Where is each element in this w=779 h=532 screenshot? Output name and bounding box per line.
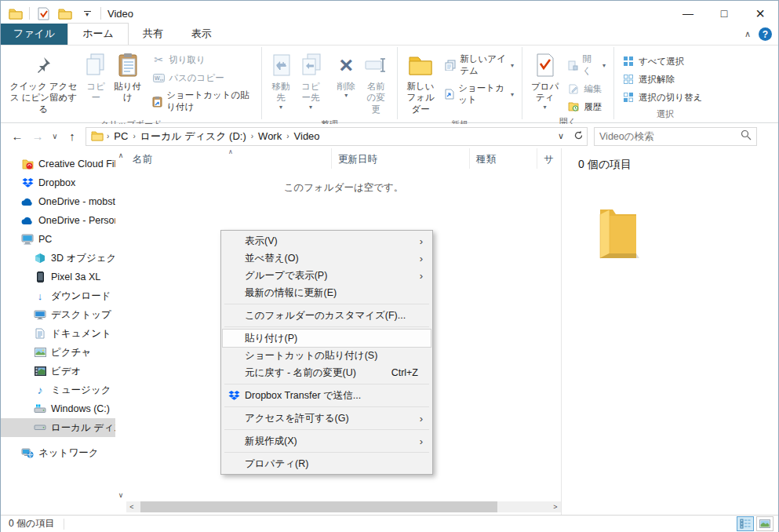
breadcrumb-pc[interactable]: PC: [111, 130, 131, 142]
sidebar-item-documents[interactable]: ドキュメント: [1, 324, 115, 343]
scroll-right-icon[interactable]: >: [550, 503, 561, 511]
cut-button[interactable]: ✂ 切り取り: [149, 52, 257, 67]
column-name[interactable]: ∧ 名前: [126, 148, 332, 169]
tab-view[interactable]: 表示: [177, 24, 226, 45]
rename-button[interactable]: 名前の変更: [359, 49, 392, 117]
select-all-button[interactable]: すべて選択: [619, 53, 705, 69]
qat-new-folder-button[interactable]: [56, 5, 74, 22]
paste-shortcut-button[interactable]: ショートカットの貼り付け: [149, 88, 257, 115]
tab-home[interactable]: ホーム: [67, 23, 129, 45]
scroll-down-icon[interactable]: ∨: [115, 490, 126, 501]
sidebar-item-pixel-phone[interactable]: Pixel 3a XL: [1, 268, 115, 286]
search-input[interactable]: [599, 131, 741, 142]
ribbon-group-clipboard: クイック アクセス にピン留めする コピー 貼り付け ✂: [1, 46, 261, 122]
tab-file[interactable]: ファイル: [1, 24, 67, 45]
sidebar-item-videos[interactable]: ビデオ: [1, 362, 115, 381]
horizontal-scrollbar[interactable]: < >: [126, 501, 561, 512]
sidebar-item-pc[interactable]: PC: [1, 230, 115, 249]
menu-item-paste[interactable]: 貼り付け(P): [223, 330, 431, 347]
open-button[interactable]: 開く ▾: [564, 52, 609, 78]
onedrive-icon: [21, 214, 34, 227]
sidebar-item-pictures[interactable]: ピクチャ: [1, 343, 115, 362]
copy-path-icon: W: [152, 71, 165, 84]
menu-item-view[interactable]: 表示(V) ›: [223, 232, 431, 250]
sidebar-item-desktop[interactable]: デスクトップ: [1, 305, 115, 324]
breadcrumb-video[interactable]: Video: [291, 130, 323, 142]
desktop-icon: [34, 308, 46, 321]
menu-item-undo-rename[interactable]: 元に戻す - 名前の変更(U) Ctrl+Z: [223, 364, 431, 381]
refresh-button[interactable]: [570, 130, 587, 142]
history-button[interactable]: 履歴: [564, 99, 609, 115]
menu-item-properties[interactable]: プロパティ(R): [223, 455, 431, 472]
sidebar-item-onedrive-personal[interactable]: OneDrive - Person: [1, 211, 115, 230]
menu-item-customize-folder[interactable]: このフォルダーのカスタマイズ(F)...: [223, 307, 431, 324]
large-icons-view-button[interactable]: [756, 516, 774, 531]
sidebar-item-music[interactable]: ♪ ミュージック: [1, 381, 115, 399]
menu-item-give-access[interactable]: アクセスを許可する(G) ›: [223, 410, 431, 427]
help-button[interactable]: ?: [759, 27, 772, 41]
sidebar-item-3d-objects[interactable]: 3D オブジェクト: [1, 249, 115, 268]
minimize-button[interactable]: —: [670, 1, 706, 26]
collapse-ribbon-button[interactable]: ∧: [744, 29, 751, 39]
ribbon-tabs: ファイル ホーム 共有 表示: [1, 26, 778, 46]
sidebar-item-drive-c[interactable]: Windows (C:): [1, 399, 115, 418]
column-date-modified[interactable]: 更新日時: [332, 148, 470, 169]
close-button[interactable]: ×: [742, 1, 778, 26]
menu-item-new[interactable]: 新規作成(X) ›: [223, 432, 431, 450]
tab-share[interactable]: 共有: [129, 24, 177, 45]
column-type[interactable]: 種類: [470, 148, 537, 169]
copy-to-button[interactable]: コピー先 ▾: [295, 49, 326, 113]
sidebar-item-creative-cloud[interactable]: Creative Cloud File: [1, 155, 115, 173]
recent-locations-dropdown[interactable]: ∨: [48, 132, 62, 140]
sidebar-item-label: Creative Cloud File: [38, 159, 115, 169]
scrollbar-track[interactable]: [137, 501, 550, 512]
sidebar-item-onedrive-business[interactable]: OneDrive - mobst: [1, 192, 115, 211]
up-button[interactable]: ↑: [62, 129, 82, 143]
submenu-arrow-icon: ›: [420, 413, 423, 425]
search-box[interactable]: [594, 127, 757, 146]
breadcrumb-drive-d[interactable]: ローカル ディスク (D:): [137, 129, 249, 144]
sidebar-item-drive-d[interactable]: ローカル ディスク (D: [1, 418, 115, 437]
sidebar-item-downloads[interactable]: ↓ ダウンロード: [1, 286, 115, 305]
ribbon: クイック アクセス にピン留めする コピー 貼り付け ✂: [1, 46, 778, 123]
sidebar-item-dropbox[interactable]: Dropbox: [1, 173, 115, 192]
pin-icon: [35, 51, 52, 79]
sidebar-scrollbar[interactable]: ∧ ∨: [115, 148, 126, 515]
delete-button[interactable]: × 削除 ▾: [333, 49, 359, 101]
maximize-button[interactable]: □: [706, 1, 742, 26]
new-item-button[interactable]: 新しいアイテム ▾: [442, 52, 517, 78]
forward-button[interactable]: →: [27, 129, 48, 143]
menu-item-refresh[interactable]: 最新の情報に更新(E): [223, 284, 431, 301]
menu-item-sort-by[interactable]: 並べ替え(O) ›: [223, 250, 431, 267]
qat-customize-dropdown[interactable]: ▾: [78, 5, 96, 22]
chevron-down-icon: ▾: [309, 104, 312, 111]
scroll-up-icon[interactable]: ∧: [115, 150, 126, 161]
copy-path-button[interactable]: W パスのコピー: [149, 70, 257, 86]
properties-button[interactable]: プロパティ ▾: [527, 49, 562, 113]
address-dropdown-button[interactable]: ∨: [552, 131, 570, 141]
paste-button[interactable]: 貼り付け: [111, 49, 145, 106]
scroll-left-icon[interactable]: <: [126, 503, 137, 511]
qat-properties-button[interactable]: [35, 5, 52, 22]
move-to-button[interactable]: 移動先 ▾: [267, 49, 295, 113]
column-size-label: サ: [544, 154, 554, 165]
pin-to-quick-access-button[interactable]: クイック アクセス にピン留めする: [5, 49, 82, 117]
menu-item-dropbox-transfer[interactable]: Dropbox Transfer で送信...: [223, 387, 431, 404]
scrollbar-thumb[interactable]: [140, 501, 497, 512]
details-view-button[interactable]: [737, 516, 754, 531]
submenu-arrow-icon: ›: [420, 435, 423, 447]
new-shortcut-button[interactable]: ショートカット ▾: [442, 81, 517, 107]
invert-selection-button[interactable]: 選択の切り替え: [619, 89, 705, 105]
select-none-button[interactable]: 選択解除: [619, 71, 705, 87]
status-item-count: 0 個の項目: [1, 517, 54, 530]
new-folder-button[interactable]: 新しいフォルダー: [402, 49, 439, 117]
back-button[interactable]: ←: [7, 129, 27, 143]
menu-item-paste-shortcut[interactable]: ショートカットの貼り付け(S): [223, 347, 431, 364]
column-size[interactable]: サ: [537, 148, 561, 169]
sidebar-item-network[interactable]: ネットワーク: [1, 443, 115, 462]
menu-item-group-by[interactable]: グループで表示(P) ›: [223, 267, 431, 284]
address-bar[interactable]: › PC › ローカル ディスク (D:) › Work › Video ∨: [86, 127, 588, 146]
copy-button[interactable]: コピー: [82, 49, 111, 106]
edit-button[interactable]: 編集: [564, 81, 609, 97]
breadcrumb-work[interactable]: Work: [255, 130, 285, 142]
